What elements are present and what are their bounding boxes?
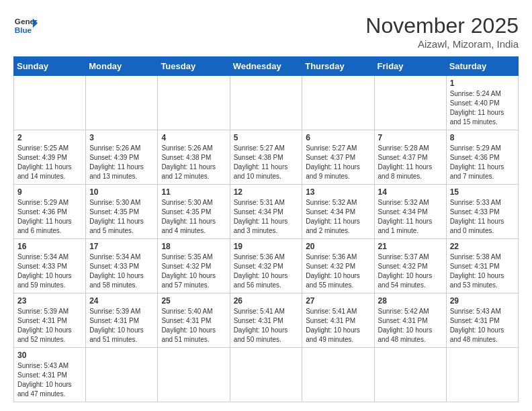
day-info: Sunrise: 5:30 AM Sunset: 4:35 PM Dayligh… bbox=[89, 198, 154, 236]
table-row: 23Sunrise: 5:39 AM Sunset: 4:31 PM Dayli… bbox=[14, 293, 86, 348]
col-saturday: Saturday bbox=[446, 57, 518, 76]
day-number: 23 bbox=[17, 296, 82, 306]
day-number: 4 bbox=[161, 133, 226, 142]
day-number: 29 bbox=[450, 296, 515, 306]
day-info: Sunrise: 5:28 AM Sunset: 4:37 PM Dayligh… bbox=[378, 144, 443, 181]
day-info: Sunrise: 5:33 AM Sunset: 4:33 PM Dayligh… bbox=[450, 198, 515, 236]
day-info: Sunrise: 5:34 AM Sunset: 4:33 PM Dayligh… bbox=[89, 253, 154, 290]
table-row: 10Sunrise: 5:30 AM Sunset: 4:35 PM Dayli… bbox=[86, 185, 158, 239]
calendar-table: Sunday Monday Tuesday Wednesday Thursday… bbox=[13, 56, 519, 402]
day-info: Sunrise: 5:43 AM Sunset: 4:31 PM Dayligh… bbox=[450, 307, 515, 345]
day-number: 13 bbox=[306, 187, 370, 197]
day-info: Sunrise: 5:26 AM Sunset: 4:39 PM Dayligh… bbox=[89, 144, 154, 181]
day-number: 8 bbox=[450, 133, 515, 142]
calendar-header-row: Sunday Monday Tuesday Wednesday Thursday… bbox=[14, 57, 519, 76]
day-info: Sunrise: 5:40 AM Sunset: 4:31 PM Dayligh… bbox=[161, 307, 226, 345]
day-info: Sunrise: 5:39 AM Sunset: 4:31 PM Dayligh… bbox=[17, 307, 82, 345]
day-number: 12 bbox=[234, 187, 299, 197]
col-tuesday: Tuesday bbox=[158, 57, 230, 76]
table-row bbox=[446, 348, 518, 402]
table-row: 9Sunrise: 5:29 AM Sunset: 4:36 PM Daylig… bbox=[14, 185, 86, 239]
table-row: 6Sunrise: 5:27 AM Sunset: 4:37 PM Daylig… bbox=[302, 130, 374, 185]
day-number: 9 bbox=[17, 187, 82, 197]
day-number: 20 bbox=[306, 242, 370, 251]
day-info: Sunrise: 5:24 AM Sunset: 4:40 PM Dayligh… bbox=[450, 89, 515, 127]
logo-icon: General Blue bbox=[13, 13, 38, 38]
table-row: 17Sunrise: 5:34 AM Sunset: 4:33 PM Dayli… bbox=[86, 239, 158, 293]
table-row bbox=[302, 76, 374, 130]
day-info: Sunrise: 5:30 AM Sunset: 4:35 PM Dayligh… bbox=[161, 198, 226, 236]
day-number: 10 bbox=[89, 187, 154, 197]
table-row bbox=[86, 348, 158, 402]
calendar-week-row: 1Sunrise: 5:24 AM Sunset: 4:40 PM Daylig… bbox=[14, 76, 519, 130]
table-row bbox=[86, 76, 158, 130]
col-monday: Monday bbox=[86, 57, 158, 76]
col-friday: Friday bbox=[374, 57, 446, 76]
table-row: 14Sunrise: 5:32 AM Sunset: 4:34 PM Dayli… bbox=[374, 185, 446, 239]
table-row: 12Sunrise: 5:31 AM Sunset: 4:34 PM Dayli… bbox=[230, 185, 302, 239]
month-title: November 2025 bbox=[365, 13, 519, 38]
day-info: Sunrise: 5:32 AM Sunset: 4:34 PM Dayligh… bbox=[378, 198, 443, 236]
table-row bbox=[230, 348, 302, 402]
day-number: 14 bbox=[378, 187, 443, 197]
table-row bbox=[158, 348, 230, 402]
day-info: Sunrise: 5:43 AM Sunset: 4:31 PM Dayligh… bbox=[17, 361, 82, 399]
col-wednesday: Wednesday bbox=[230, 57, 302, 76]
day-number: 26 bbox=[234, 296, 299, 306]
table-row: 13Sunrise: 5:32 AM Sunset: 4:34 PM Dayli… bbox=[302, 185, 374, 239]
day-info: Sunrise: 5:31 AM Sunset: 4:34 PM Dayligh… bbox=[234, 198, 299, 236]
table-row: 28Sunrise: 5:42 AM Sunset: 4:31 PM Dayli… bbox=[374, 293, 446, 348]
day-number: 1 bbox=[450, 79, 515, 88]
day-number: 3 bbox=[89, 133, 154, 142]
day-number: 2 bbox=[17, 133, 82, 142]
day-number: 19 bbox=[234, 242, 299, 251]
col-sunday: Sunday bbox=[14, 57, 86, 76]
day-info: Sunrise: 5:29 AM Sunset: 4:36 PM Dayligh… bbox=[450, 144, 515, 181]
table-row bbox=[374, 76, 446, 130]
day-info: Sunrise: 5:41 AM Sunset: 4:31 PM Dayligh… bbox=[234, 307, 299, 345]
day-info: Sunrise: 5:38 AM Sunset: 4:31 PM Dayligh… bbox=[450, 253, 515, 290]
day-info: Sunrise: 5:34 AM Sunset: 4:33 PM Dayligh… bbox=[17, 253, 82, 290]
day-info: Sunrise: 5:35 AM Sunset: 4:32 PM Dayligh… bbox=[161, 253, 226, 290]
day-number: 28 bbox=[378, 296, 443, 306]
table-row: 7Sunrise: 5:28 AM Sunset: 4:37 PM Daylig… bbox=[374, 130, 446, 185]
table-row bbox=[302, 348, 374, 402]
table-row: 26Sunrise: 5:41 AM Sunset: 4:31 PM Dayli… bbox=[230, 293, 302, 348]
table-row bbox=[14, 76, 86, 130]
table-row: 11Sunrise: 5:30 AM Sunset: 4:35 PM Dayli… bbox=[158, 185, 230, 239]
table-row bbox=[374, 348, 446, 402]
table-row: 2Sunrise: 5:25 AM Sunset: 4:39 PM Daylig… bbox=[14, 130, 86, 185]
table-row: 16Sunrise: 5:34 AM Sunset: 4:33 PM Dayli… bbox=[14, 239, 86, 293]
table-row: 19Sunrise: 5:36 AM Sunset: 4:32 PM Dayli… bbox=[230, 239, 302, 293]
table-row: 22Sunrise: 5:38 AM Sunset: 4:31 PM Dayli… bbox=[446, 239, 518, 293]
day-info: Sunrise: 5:42 AM Sunset: 4:31 PM Dayligh… bbox=[378, 307, 443, 345]
day-number: 11 bbox=[161, 187, 226, 197]
day-number: 21 bbox=[378, 242, 443, 251]
day-info: Sunrise: 5:36 AM Sunset: 4:32 PM Dayligh… bbox=[234, 253, 299, 290]
col-thursday: Thursday bbox=[302, 57, 374, 76]
table-row: 29Sunrise: 5:43 AM Sunset: 4:31 PM Dayli… bbox=[446, 293, 518, 348]
logo: General Blue bbox=[13, 13, 38, 38]
svg-text:Blue: Blue bbox=[15, 26, 32, 34]
table-row: 15Sunrise: 5:33 AM Sunset: 4:33 PM Dayli… bbox=[446, 185, 518, 239]
day-info: Sunrise: 5:25 AM Sunset: 4:39 PM Dayligh… bbox=[17, 144, 82, 181]
day-info: Sunrise: 5:29 AM Sunset: 4:36 PM Dayligh… bbox=[17, 198, 82, 236]
day-number: 5 bbox=[234, 133, 299, 142]
day-info: Sunrise: 5:32 AM Sunset: 4:34 PM Dayligh… bbox=[306, 198, 370, 236]
calendar-week-row: 2Sunrise: 5:25 AM Sunset: 4:39 PM Daylig… bbox=[14, 130, 519, 185]
table-row: 1Sunrise: 5:24 AM Sunset: 4:40 PM Daylig… bbox=[446, 76, 518, 130]
table-row: 4Sunrise: 5:26 AM Sunset: 4:38 PM Daylig… bbox=[158, 130, 230, 185]
calendar-week-row: 16Sunrise: 5:34 AM Sunset: 4:33 PM Dayli… bbox=[14, 239, 519, 293]
day-number: 17 bbox=[89, 242, 154, 251]
table-row bbox=[230, 76, 302, 130]
day-number: 16 bbox=[17, 242, 82, 251]
day-number: 18 bbox=[161, 242, 226, 251]
table-row: 3Sunrise: 5:26 AM Sunset: 4:39 PM Daylig… bbox=[86, 130, 158, 185]
page-header: General Blue November 2025 Aizawl, Mizor… bbox=[13, 13, 519, 50]
day-info: Sunrise: 5:41 AM Sunset: 4:31 PM Dayligh… bbox=[306, 307, 370, 345]
location: Aizawl, Mizoram, India bbox=[365, 38, 519, 50]
table-row: 24Sunrise: 5:39 AM Sunset: 4:31 PM Dayli… bbox=[86, 293, 158, 348]
table-row: 20Sunrise: 5:36 AM Sunset: 4:32 PM Dayli… bbox=[302, 239, 374, 293]
day-number: 7 bbox=[378, 133, 443, 142]
day-info: Sunrise: 5:39 AM Sunset: 4:31 PM Dayligh… bbox=[89, 307, 154, 345]
